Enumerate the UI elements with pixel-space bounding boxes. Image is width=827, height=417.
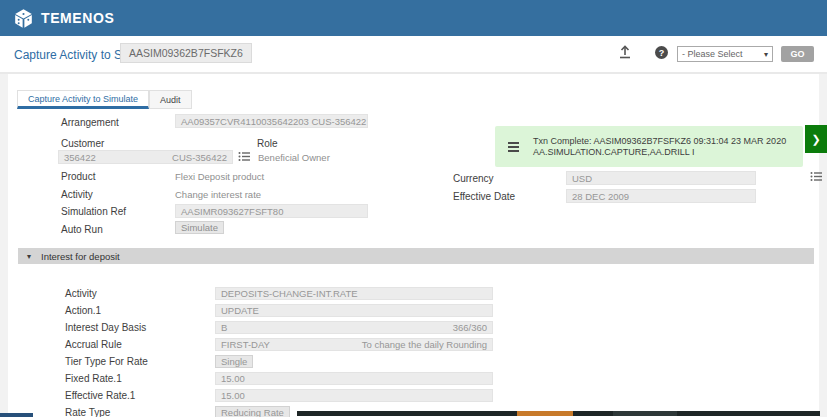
field-row-action1: Action.1 UPDATE xyxy=(0,304,827,317)
context-select-value: - Please Select xyxy=(682,49,743,59)
tab-bar: Capture Activity to Simulate Audit xyxy=(17,90,192,109)
field-value: UPDATE xyxy=(221,305,259,316)
tab-audit[interactable]: Audit xyxy=(149,90,192,109)
field-row-accrual-rule: Accrual Rule FIRST-DAY To change the dai… xyxy=(0,338,827,351)
field-value: DEPOSITS-CHANGE-INT.RATE xyxy=(221,288,358,299)
field-label: Interest Day Basis xyxy=(65,322,146,333)
record-id-badge: AASIM09362B7FSFKZ6 xyxy=(120,43,252,63)
section-title: Interest for deposit xyxy=(41,251,120,262)
field-chip[interactable]: Reducing Rate xyxy=(215,406,290,417)
field-input[interactable]: UPDATE xyxy=(215,304,493,317)
field-value: Single xyxy=(221,356,247,367)
customer-enrichment: CUS-356422 xyxy=(172,152,227,163)
currency-field[interactable]: USD xyxy=(566,171,756,185)
field-extra: To change the daily Rounding xyxy=(362,339,487,350)
background-window-strip-orange xyxy=(517,411,573,416)
field-input[interactable]: B 366/360 xyxy=(215,321,493,334)
go-button[interactable]: GO xyxy=(781,46,814,62)
section-interest-for-deposit[interactable]: ▾ Interest for deposit xyxy=(18,248,814,264)
tab-capture-activity[interactable]: Capture Activity to Simulate xyxy=(17,90,149,109)
menu-bars-icon xyxy=(508,140,519,154)
field-input[interactable]: 15.00 xyxy=(215,389,493,402)
currency-value: USD xyxy=(572,173,592,184)
simulation-ref-field[interactable]: AASIMR093627FSFT80 xyxy=(175,204,368,218)
product-label: Product xyxy=(61,171,95,182)
temenos-logo-icon xyxy=(13,8,34,29)
field-label: Activity xyxy=(65,288,97,299)
field-row-fixed-rate: Fixed Rate.1 15.00 xyxy=(0,372,827,385)
field-value: 15.00 xyxy=(221,373,245,384)
customer-label: Customer xyxy=(61,138,104,149)
simulation-ref-label: Simulation Ref xyxy=(61,206,126,217)
field-input[interactable]: FIRST-DAY To change the daily Rounding xyxy=(215,338,493,351)
brand: TEMENOS xyxy=(13,8,114,29)
field-value: B xyxy=(221,322,227,333)
txn-complete-toast: Txn Complete: AASIM09362B7FSFKZ6 09:31:0… xyxy=(495,126,803,167)
currency-label: Currency xyxy=(453,173,494,184)
arrangement-enrichment: 10035642203 CUS-356422 xyxy=(251,116,367,127)
field-label: Fixed Rate.1 xyxy=(65,373,122,384)
simulation-ref-value: AASIMR093627FSFT80 xyxy=(181,206,283,217)
chevron-down-icon: ▾ xyxy=(764,50,768,59)
effective-date-label: Effective Date xyxy=(453,191,515,202)
field-value: Reducing Rate xyxy=(221,407,284,417)
field-input[interactable]: 15.00 xyxy=(215,372,493,385)
field-label: Rate Type xyxy=(65,407,110,417)
field-row-effective-rate: Effective Rate.1 15.00 xyxy=(0,389,827,402)
field-row-tier-type: Tier Type For Rate Single xyxy=(0,355,827,368)
background-window-strip xyxy=(297,411,820,416)
customer-lookup-list-icon[interactable] xyxy=(238,151,250,162)
currency-lookup-list-icon[interactable] xyxy=(810,171,822,182)
upload-icon[interactable] xyxy=(618,45,632,59)
field-input[interactable]: DEPOSITS-CHANGE-INT.RATE xyxy=(215,287,493,300)
field-row-interest-day-basis: Interest Day Basis B 366/360 xyxy=(0,321,827,334)
customer-field[interactable]: 356422 CUS-356422 xyxy=(58,150,233,164)
customer-value: 356422 xyxy=(64,152,96,163)
help-icon[interactable]: ? xyxy=(655,46,668,59)
field-row-activity: Activity DEPOSITS-CHANGE-INT.RATE xyxy=(0,287,827,300)
product-value: Flexi Deposit product xyxy=(175,171,264,182)
effective-date-value: 28 DEC 2009 xyxy=(572,191,629,202)
app-header: TEMENOS xyxy=(0,0,827,36)
field-label: Effective Rate.1 xyxy=(65,390,135,401)
background-window-strip-alt xyxy=(613,411,677,416)
field-extra: 366/360 xyxy=(453,322,487,333)
auto-run-chip[interactable]: Simulate xyxy=(175,221,224,234)
toolbar-separator xyxy=(0,72,827,74)
activity-label: Activity xyxy=(61,189,93,200)
context-select[interactable]: - Please Select ▾ xyxy=(677,46,773,62)
toast-line2: AA.SIMULATION.CAPTURE,AA.DRILL I xyxy=(533,147,786,158)
field-value: 15.00 xyxy=(221,390,245,401)
arrangement-field[interactable]: AA09357CVR41 10035642203 CUS-356422 xyxy=(175,114,368,128)
field-label: Accrual Rule xyxy=(65,339,122,350)
collapse-caret-icon: ▾ xyxy=(27,252,31,261)
chevron-right-icon: ❯ xyxy=(811,133,820,146)
brand-name: TEMENOS xyxy=(41,10,114,26)
effective-date-field[interactable]: 28 DEC 2009 xyxy=(566,189,756,203)
background-window-strip-blue xyxy=(0,413,33,417)
app-window: TEMENOS Capture Activity to Simulate AAS… xyxy=(0,0,827,417)
auto-run-label: Auto Run xyxy=(61,224,103,235)
field-value: FIRST-DAY xyxy=(221,339,270,350)
arrangement-label: Arrangement xyxy=(61,117,119,128)
arrangement-value: AA09357CVR41 xyxy=(181,116,251,127)
section-rows: Activity DEPOSITS-CHANGE-INT.RATE Action… xyxy=(0,287,827,417)
toast-line1: Txn Complete: AASIM09362B7FSFKZ6 09:31:0… xyxy=(533,136,786,147)
activity-value: Change interest rate xyxy=(175,189,261,200)
role-label: Role xyxy=(257,138,278,149)
field-chip[interactable]: Single xyxy=(215,355,253,368)
role-value: Beneficial Owner xyxy=(258,152,330,163)
field-label: Tier Type For Rate xyxy=(65,356,148,367)
toast-next-button[interactable]: ❯ xyxy=(805,125,827,153)
field-label: Action.1 xyxy=(65,305,101,316)
